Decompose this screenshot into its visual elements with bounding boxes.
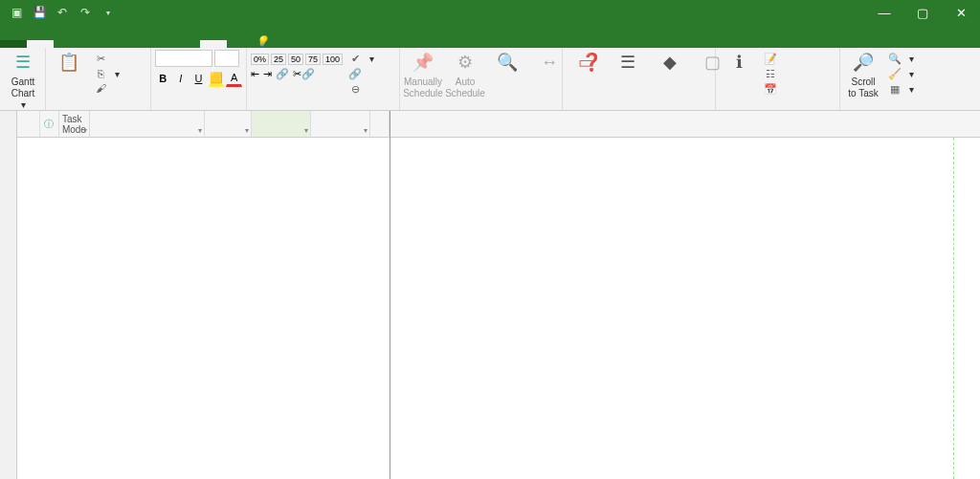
work-area: ⓘ TaskMode [0, 111, 980, 479]
inspect-button[interactable]: 🔍 [488, 50, 526, 78]
col-finish[interactable] [311, 111, 370, 138]
pct50-button[interactable]: 50 [288, 54, 303, 65]
pct75-button[interactable]: 75 [305, 54, 321, 65]
scroll-to-task-button[interactable]: 🔎Scrollto Task [844, 50, 882, 101]
inactivate-button[interactable]: ⊖ [346, 82, 376, 97]
col-task-name[interactable] [90, 111, 205, 138]
tab-file[interactable] [0, 40, 27, 48]
manual-schedule-button[interactable]: 📌ManuallySchedule [404, 50, 442, 101]
copy-button[interactable]: ⎘ ▾ [92, 67, 122, 80]
inactive-icon: ⊖ [348, 83, 362, 96]
col-task-mode[interactable]: TaskMode [59, 111, 90, 138]
check-icon: ✔ [348, 53, 362, 65]
grid-body[interactable] [17, 138, 390, 479]
paste-button[interactable]: 📋 [50, 50, 88, 78]
underline-button[interactable]: U [190, 70, 207, 87]
titlebar: ▣ 💾 ↶ ↷ ▾ — ▢ ✕ [0, 0, 980, 25]
tab-help[interactable] [161, 40, 188, 48]
cut-button[interactable]: ✂ [92, 52, 122, 66]
gantt-timeline[interactable] [390, 111, 980, 479]
summary-button[interactable]: ☰ [609, 50, 647, 78]
bold-button[interactable]: B [155, 70, 171, 87]
indent-button[interactable]: ⇥ [263, 68, 272, 80]
auto-schedule-button[interactable]: ⚙AutoSchedule [446, 50, 484, 101]
col-rownum[interactable] [17, 111, 40, 138]
minimize-button[interactable]: — [865, 0, 903, 25]
undo-icon[interactable]: ↶ [54, 4, 71, 21]
milestone-icon: ◆ [658, 52, 681, 75]
tab-report[interactable] [80, 40, 107, 48]
move-button[interactable]: ↔ [530, 50, 568, 78]
gantt-icon: ☰ [11, 52, 34, 75]
tab-format[interactable] [200, 38, 227, 48]
paste-icon: 📋 [57, 52, 80, 75]
gantt-chart-button[interactable]: ☰GanttChart ▾ [4, 50, 42, 113]
fill-button[interactable]: ▦ ▾ [886, 82, 916, 97]
outdent-button[interactable]: ⇤ [251, 68, 259, 80]
move-icon: ↔ [538, 52, 561, 75]
clear-icon: 🧹 [888, 68, 902, 80]
ribbon: ☰GanttChart ▾ 📋 ✂ ⎘ ▾ 🖌 B I U 🟨 A [0, 48, 980, 111]
font-color-button[interactable]: A [226, 70, 242, 87]
tab-resource[interactable] [54, 40, 80, 48]
col-duration[interactable] [205, 111, 253, 138]
link-button[interactable]: 🔗 [276, 68, 289, 80]
pct100-button[interactable]: 100 [323, 54, 343, 65]
auto-icon: ⚙ [454, 52, 477, 75]
today-line [953, 138, 954, 479]
tab-project[interactable] [107, 40, 134, 48]
timeline-header [390, 111, 980, 138]
respect-links-button[interactable]: 🔗 [346, 67, 376, 81]
timeline-icon: 📅 [764, 83, 777, 96]
redo-icon[interactable]: ↷ [77, 4, 94, 21]
scroll-icon: 🔎 [852, 52, 875, 75]
insert-task-button[interactable]: ▭ [567, 50, 605, 78]
font-size-select[interactable] [214, 50, 239, 67]
col-info[interactable]: ⓘ [40, 111, 59, 138]
pct25-button[interactable]: 25 [271, 54, 286, 65]
bg-color-button[interactable]: 🟨 [209, 70, 225, 87]
clear-button[interactable]: 🧹 ▾ [886, 67, 916, 81]
unlink-button[interactable]: ✂🔗 [293, 68, 315, 80]
tab-view[interactable] [134, 40, 161, 48]
font-family-select[interactable] [155, 50, 212, 67]
maximize-button[interactable]: ▢ [903, 0, 942, 25]
italic-button[interactable]: I [173, 70, 189, 87]
info-icon: ⓘ [44, 118, 54, 131]
pct0-button[interactable]: 0% [251, 54, 269, 65]
timeline-button[interactable]: 📅 [762, 82, 783, 97]
find-icon: 🔍 [888, 53, 902, 65]
col-start[interactable] [252, 111, 311, 138]
project-icon: ▣ [8, 4, 25, 21]
link-icon: 🔗 [348, 68, 362, 80]
tab-task[interactable] [27, 38, 54, 48]
copy-icon: ⎘ [94, 68, 107, 79]
tell-me-search[interactable]: 💡 [256, 35, 275, 48]
deliverable-icon: ▢ [701, 52, 724, 75]
deliverable-button[interactable]: ▢ [693, 50, 731, 78]
find-button[interactable]: 🔍 ▾ [886, 52, 916, 66]
timeline-body[interactable] [390, 138, 980, 479]
grid-header: ⓘ TaskMode [17, 111, 390, 138]
brush-icon: 🖌 [94, 82, 107, 94]
details-button[interactable]: ☷ [762, 67, 783, 81]
inspect-icon: 🔍 [496, 52, 519, 75]
format-painter-button[interactable]: 🖌 [92, 81, 122, 95]
ribbon-tabs: 💡 [0, 25, 980, 48]
mark-on-track-button[interactable]: ✔ ▾ [346, 52, 376, 66]
task-icon: ▭ [574, 52, 597, 75]
tool-context-tab [244, 2, 263, 6]
milestone-button[interactable]: ◆ [651, 50, 689, 78]
task-grid: ⓘ TaskMode [17, 111, 390, 479]
pin-icon: 📌 [412, 52, 434, 75]
window-controls: — ▢ ✕ [865, 0, 980, 25]
view-label [0, 111, 17, 479]
col-resource[interactable] [370, 111, 390, 138]
fill-icon: ▦ [888, 83, 902, 96]
details-icon: ☷ [764, 68, 777, 80]
save-icon[interactable]: 💾 [31, 4, 48, 21]
qat-more-icon[interactable]: ▾ [100, 4, 117, 21]
notes-button[interactable]: 📝 [762, 52, 783, 66]
lightbulb-icon: 💡 [256, 35, 269, 48]
close-button[interactable]: ✕ [942, 0, 980, 25]
